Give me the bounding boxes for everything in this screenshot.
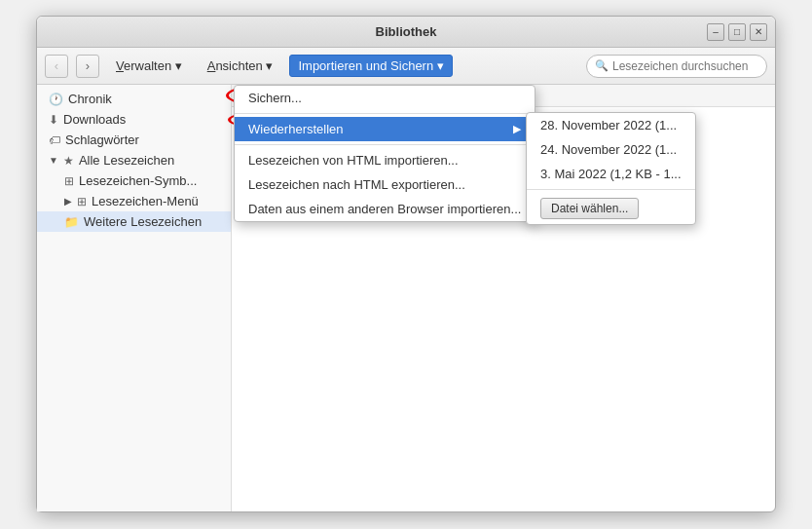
sidebar-item-label: Weitere Lesezeichen xyxy=(84,214,202,229)
bookmarks-toolbar-icon: ⊞ xyxy=(64,174,74,188)
search-icon: 🔍 xyxy=(595,59,609,72)
sidebar: 🕐 Chronik ⬇ Downloads 🏷 Schlagwörter ▼ ★… xyxy=(37,85,232,511)
search-box: 🔍 xyxy=(586,55,767,78)
folder-icon: 📁 xyxy=(64,215,79,229)
forward-button[interactable]: › xyxy=(76,55,99,78)
back-button[interactable]: ‹ xyxy=(45,55,68,78)
download-icon: ⬇ xyxy=(49,113,58,127)
star-icon: ★ xyxy=(63,154,74,168)
content-rows: Keine Einträge xyxy=(232,107,775,511)
sidebar-item-label: Alle Lesezeichen xyxy=(79,153,174,168)
sidebar-item-label: Downloads xyxy=(63,112,126,127)
maximize-button[interactable]: □ xyxy=(728,23,746,41)
sidebar-item-label: Schlagwörter xyxy=(65,132,139,147)
sidebar-item-downloads[interactable]: ⬇ Downloads xyxy=(37,109,231,130)
ansichten-label: Ansichten ▾ xyxy=(207,58,274,73)
sidebar-item-label: Lesezeichen-Menü xyxy=(92,194,199,208)
empty-text: Keine Einträge xyxy=(461,187,544,202)
bookmarks-menu-icon: ⊞ xyxy=(77,195,87,208)
tag-icon: 🏷 xyxy=(49,133,60,147)
sidebar-item-lesezeichen-menue[interactable]: ▶ ⊞ Lesezeichen-Menü xyxy=(37,191,231,211)
search-input[interactable] xyxy=(612,59,758,73)
sidebar-item-alle-lesezeichen[interactable]: ▼ ★ Alle Lesezeichen xyxy=(37,150,231,170)
window-title: Bibliothek xyxy=(376,24,437,39)
sidebar-item-weitere-lesezeichen[interactable]: 📁 Weitere Lesezeichen xyxy=(37,211,231,232)
sidebar-item-schlagwoerter[interactable]: 🏷 Schlagwörter xyxy=(37,130,231,150)
window-controls: – □ ✕ xyxy=(707,23,767,41)
verwalten-label: Verwalten ▾ xyxy=(116,58,182,73)
expand-arrow-icon: ▶ xyxy=(64,196,72,207)
empty-state: Keine Einträge xyxy=(232,109,775,280)
expand-arrow-icon: ▼ xyxy=(49,155,58,166)
ansichten-menu-button[interactable]: Ansichten ▾ xyxy=(199,55,282,77)
column-header: Name xyxy=(232,85,775,107)
content-area: Name Keine Einträge xyxy=(232,85,775,511)
column-name: Name xyxy=(240,89,767,102)
main-content: 🕐 Chronik ⬇ Downloads 🏷 Schlagwörter ▼ ★… xyxy=(37,85,775,511)
titlebar: Bibliothek – □ ✕ xyxy=(37,17,775,48)
verwalten-menu-button[interactable]: Verwalten ▾ xyxy=(107,55,191,77)
sidebar-item-chronik[interactable]: 🕐 Chronik xyxy=(37,89,231,109)
sidebar-item-label: Chronik xyxy=(68,92,112,106)
importieren-label: Importieren und Sichern xyxy=(298,58,433,73)
importieren-arrow: ▾ xyxy=(437,58,444,73)
sidebar-item-label: Lesezeichen-Symb... xyxy=(79,173,197,188)
importieren-menu-button[interactable]: Importieren und Sichern ▾ xyxy=(289,55,452,77)
minimize-button[interactable]: – xyxy=(707,23,724,41)
clock-icon: 🕐 xyxy=(49,93,63,106)
close-button[interactable]: ✕ xyxy=(750,23,767,41)
sidebar-item-lesezeichen-symb[interactable]: ⊞ Lesezeichen-Symb... xyxy=(37,170,231,191)
main-window: Bibliothek – □ ✕ ‹ › Verwalten ▾ Ansicht… xyxy=(36,16,776,512)
toolbar: ‹ › Verwalten ▾ Ansichten ▾ Importieren … xyxy=(37,48,775,85)
